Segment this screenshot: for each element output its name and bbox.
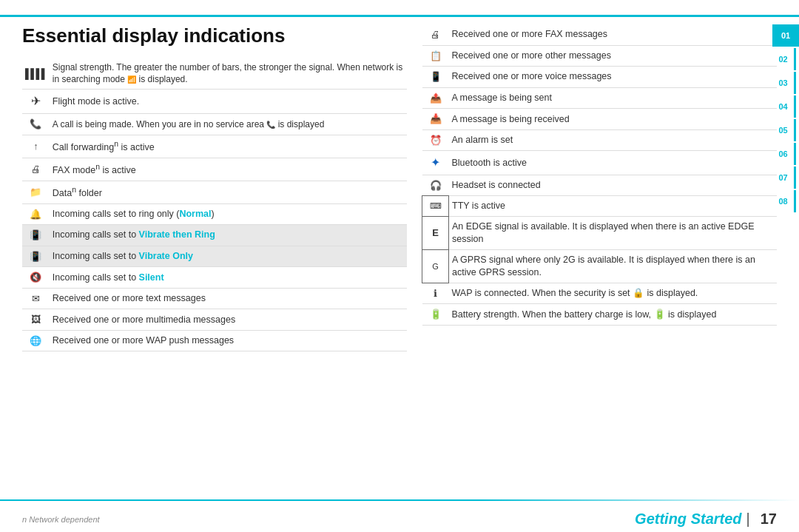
table-row: 🔔 Incoming calls set to ring only (Norma… xyxy=(22,203,407,225)
chapter-tabs: 01 02 03 04 05 06 07 08 xyxy=(772,24,799,212)
left-indicator-table: ▌▌▌▌ Signal strength. The greater the nu… xyxy=(22,58,407,351)
page-title: Essential display indications xyxy=(22,24,407,47)
edge-icon: E xyxy=(422,217,449,250)
call-icon: 📞 xyxy=(22,113,50,135)
flight-icon: ✈ xyxy=(22,90,50,114)
sms-icon: ✉ xyxy=(22,288,50,309)
chapter-tab-08[interactable]: 08 xyxy=(772,190,796,212)
content-area: Essential display indications ▌▌▌▌ Signa… xyxy=(0,24,799,503)
msg-sent-text: A message is being sent xyxy=(449,87,778,109)
signal-icon: ▌▌▌▌ xyxy=(22,58,50,90)
battery-text: Battery strength. When the battery charg… xyxy=(449,304,778,326)
call-forward-text: Call forwardingn is active xyxy=(50,135,407,158)
table-row: ℹ WAP is connected. When the security is… xyxy=(422,283,778,304)
table-row: 🎧 Headset is connected xyxy=(422,175,778,196)
call-text: A call is being made. When you are in no… xyxy=(50,113,407,135)
msg-received-text: A message is being received xyxy=(449,109,778,130)
alarm-icon: ⏰ xyxy=(422,129,449,151)
msg-sent-icon: 📤 xyxy=(422,87,449,109)
table-row: ⏰ An alarm is set xyxy=(422,129,778,151)
table-row: 🔇 Incoming calls set to Silent xyxy=(22,267,407,289)
data-folder-text: Datan folder xyxy=(50,181,407,203)
bottom-decorative-line xyxy=(0,499,799,501)
data-folder-icon: 📁 xyxy=(22,181,50,203)
wap-push-text: Received one or more WAP push messages xyxy=(50,330,407,351)
chapter-tab-03[interactable]: 03 xyxy=(772,72,796,94)
chapter-tab-02[interactable]: 02 xyxy=(772,48,796,70)
voice-msg-icon: 📱 xyxy=(422,67,449,88)
edge-text: An EDGE signal is available. It is displ… xyxy=(449,217,778,250)
page-container: Essential display indications ▌▌▌▌ Signa… xyxy=(0,0,799,532)
footer: n Network dependent Getting Started | 17 xyxy=(0,506,799,532)
getting-started-area: Getting Started | 17 xyxy=(635,511,777,528)
table-row: 📋 Received one or more other messages xyxy=(422,45,778,67)
other-msg-text: Received one or more other messages xyxy=(449,45,778,67)
table-row: ⌨ TTY is active xyxy=(422,196,778,217)
silent-text: Incoming calls set to Silent xyxy=(50,267,407,289)
alarm-text: An alarm is set xyxy=(449,129,778,151)
table-row: G A GPRS signal where only 2G is availab… xyxy=(422,250,778,283)
table-row: 📞 A call is being made. When you are in … xyxy=(22,113,407,135)
bluetooth-text: Bluetooth is active xyxy=(449,151,778,175)
table-row: E An EDGE signal is available. It is dis… xyxy=(422,217,778,250)
table-row: 📳 Incoming calls set to Vibrate then Rin… xyxy=(22,225,407,246)
table-row: ↑ Call forwardingn is active xyxy=(22,135,407,158)
ring-text: Incoming calls set to ring only (Normal) xyxy=(50,203,407,225)
network-note: n Network dependent xyxy=(22,515,100,524)
gprs-text: A GPRS signal where only 2G is available… xyxy=(449,250,778,283)
wap-push-icon: 🌐 xyxy=(22,330,50,351)
mms-icon: 🖼 xyxy=(22,309,50,331)
table-row: 🖨 Received one or more FAX messages xyxy=(422,24,778,45)
vibrate-only-text: Incoming calls set to Vibrate Only xyxy=(50,246,407,267)
vibrate-ring-icon: 📳 xyxy=(22,225,50,246)
table-row: ▌▌▌▌ Signal strength. The greater the nu… xyxy=(22,58,407,90)
top-decorative-line xyxy=(0,15,799,17)
fax-msg-text: Received one or more FAX messages xyxy=(449,24,778,45)
gprs-icon: G xyxy=(422,250,449,283)
right-column: 01 02 03 04 05 06 07 08 🖨 Received one o… xyxy=(422,24,777,503)
bluetooth-icon: ✦ xyxy=(422,151,449,175)
table-row: 🖨 FAX moden is active xyxy=(22,158,407,181)
chapter-tab-07[interactable]: 07 xyxy=(772,166,796,189)
chapter-tab-01[interactable]: 01 xyxy=(772,24,799,47)
chapter-tab-04[interactable]: 04 xyxy=(772,95,796,118)
battery-icon: 🔋 xyxy=(422,304,449,326)
table-row: ✦ Bluetooth is active xyxy=(422,151,778,175)
vibrate-only-icon: 📳 xyxy=(22,246,50,267)
table-row: 📁 Datan folder xyxy=(22,181,407,203)
chapter-tab-05[interactable]: 05 xyxy=(772,119,796,141)
signal-text: Signal strength. The greater the number … xyxy=(50,58,407,90)
headset-text: Headset is connected xyxy=(449,175,778,196)
ring-icon: 🔔 xyxy=(22,203,50,225)
call-forward-icon: ↑ xyxy=(22,135,50,158)
table-row: 🌐 Received one or more WAP push messages xyxy=(22,330,407,351)
flight-text: Flight mode is active. xyxy=(50,90,407,114)
table-row: 🖼 Received one or more multimedia messag… xyxy=(22,309,407,331)
msg-received-icon: 📥 xyxy=(422,109,449,130)
left-column: Essential display indications ▌▌▌▌ Signa… xyxy=(22,24,407,503)
voice-msg-text: Received one or more voice messages xyxy=(449,67,778,88)
table-row: 📤 A message is being sent xyxy=(422,87,778,109)
fax-mode-text: FAX moden is active xyxy=(50,158,407,181)
vibrate-ring-text: Incoming calls set to Vibrate then Ring xyxy=(50,225,407,246)
table-row: ✈ Flight mode is active. xyxy=(22,90,407,114)
table-row: 🔋 Battery strength. When the battery cha… xyxy=(422,304,778,326)
fax-mode-icon: 🖨 xyxy=(22,158,50,181)
tty-text: TTY is active xyxy=(449,196,778,217)
getting-started-label: Getting Started xyxy=(635,511,741,528)
table-row: ✉ Received one or more text messages xyxy=(22,288,407,309)
fax-msg-icon: 🖨 xyxy=(422,24,449,45)
tty-icon: ⌨ xyxy=(422,196,449,217)
right-indicator-table: 🖨 Received one or more FAX messages 📋 Re… xyxy=(422,24,777,326)
wap-connect-icon: ℹ xyxy=(422,283,449,304)
wap-connect-text: WAP is connected. When the security is s… xyxy=(449,283,778,304)
mms-text: Received one or more multimedia messages xyxy=(50,309,407,331)
headset-icon: 🎧 xyxy=(422,175,449,196)
table-row: 📱 Received one or more voice messages xyxy=(422,67,778,88)
page-number: 17 xyxy=(761,511,777,528)
sms-text: Received one or more text messages xyxy=(50,288,407,309)
chapter-tab-06[interactable]: 06 xyxy=(772,143,796,165)
table-row: 📥 A message is being received xyxy=(422,109,778,130)
silent-icon: 🔇 xyxy=(22,267,50,289)
other-msg-icon: 📋 xyxy=(422,45,449,67)
